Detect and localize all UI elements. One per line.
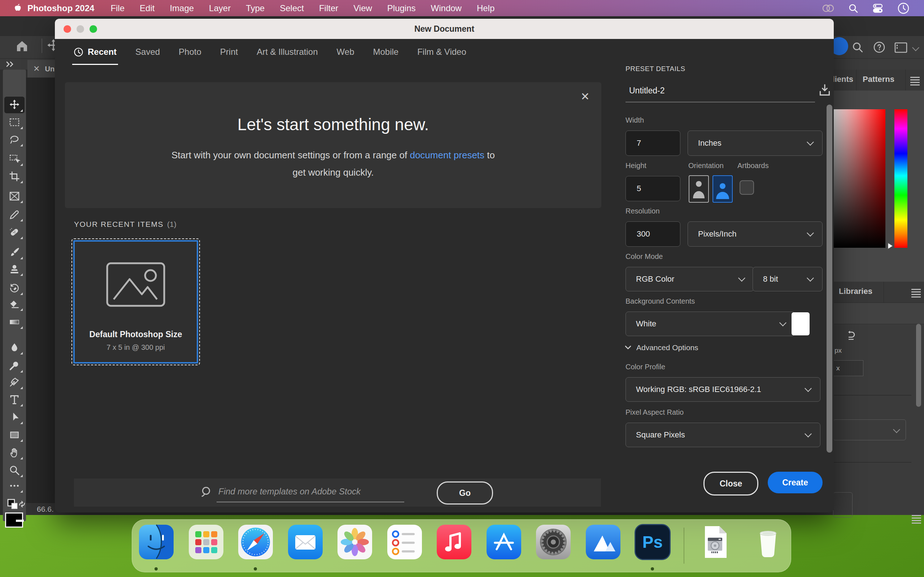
panel-dropdown[interactable] — [833, 419, 906, 440]
panel-thumbnail[interactable] — [833, 492, 853, 517]
edit-toolbar-icon[interactable] — [4, 477, 24, 494]
libraries-menu-icon[interactable] — [911, 292, 921, 292]
width-unit-dropdown[interactable]: Inches — [688, 131, 822, 156]
menu-help[interactable]: Help — [469, 3, 502, 13]
rectangle-tool[interactable] — [4, 427, 24, 443]
color-mode-dropdown[interactable]: RGB Color — [625, 267, 754, 292]
menu-type[interactable]: Type — [238, 3, 272, 13]
gradient-tool[interactable] — [4, 314, 24, 330]
eraser-tool[interactable] — [4, 296, 24, 312]
menu-edit[interactable]: Edit — [132, 3, 162, 13]
pixel-aspect-ratio-dropdown[interactable]: Square Pixels — [625, 423, 821, 447]
create-button[interactable]: Create — [768, 472, 822, 493]
launchpad-icon[interactable] — [188, 524, 224, 560]
frame-tool[interactable] — [4, 188, 24, 205]
menu-filter[interactable]: Filter — [312, 3, 346, 13]
background-dropdown[interactable]: White — [625, 311, 795, 336]
search-icon[interactable] — [848, 3, 858, 13]
bit-depth-dropdown[interactable]: 8 bit — [753, 267, 822, 292]
hard-drive-document-icon[interactable] — [697, 524, 733, 560]
menu-file[interactable]: File — [103, 3, 132, 13]
blur-tool[interactable] — [4, 339, 24, 356]
clock-icon[interactable] — [897, 2, 909, 15]
panel-menu-icon[interactable] — [910, 79, 920, 81]
menu-plugins[interactable]: Plugins — [380, 3, 423, 13]
tab-web[interactable]: Web — [337, 39, 354, 65]
save-preset-icon[interactable] — [817, 83, 832, 97]
photoshop-dock-icon[interactable]: Ps — [635, 524, 670, 560]
stock-search-input[interactable]: Find more templates on Adobe Stock — [218, 487, 360, 496]
width-input[interactable]: 7 — [625, 131, 680, 156]
pen-tool[interactable] — [4, 374, 24, 390]
reminders-icon[interactable] — [386, 524, 423, 560]
panel-scrollbar[interactable] — [916, 324, 921, 407]
finder-icon[interactable] — [138, 524, 174, 560]
tab-saved[interactable]: Saved — [135, 39, 160, 65]
tab-film-video[interactable]: Film & Video — [417, 39, 466, 65]
hero-close-icon[interactable]: ✕ — [579, 90, 591, 102]
tab-recent[interactable]: Recent — [74, 39, 116, 65]
swap-colors-icon[interactable] — [17, 500, 27, 509]
type-tool[interactable] — [4, 391, 24, 408]
mail-icon[interactable] — [287, 524, 323, 560]
trash-icon[interactable] — [750, 524, 786, 560]
ps-search-icon[interactable] — [852, 42, 863, 53]
move-tool[interactable] — [4, 97, 24, 113]
history-brush-tool[interactable] — [4, 280, 24, 297]
resolution-unit-dropdown[interactable]: Pixels/Inch — [688, 221, 822, 247]
color-profile-dropdown[interactable]: Working RGB: sRGB IEC61966-2.1 — [625, 377, 821, 402]
safari-icon[interactable] — [237, 524, 274, 560]
bottom-panel-menu-icon[interactable] — [912, 517, 921, 519]
rectangular-marquee-tool[interactable] — [4, 114, 24, 131]
hue-slider-handle[interactable] — [887, 241, 894, 251]
go-button[interactable]: Go — [437, 482, 493, 504]
document-presets-link[interactable]: document presets — [410, 150, 485, 161]
control-center-icon[interactable] — [872, 3, 884, 13]
background-color-swatch[interactable] — [16, 520, 24, 522]
music-icon[interactable] — [436, 524, 472, 560]
document-name-input[interactable]: Untitled-2 — [629, 86, 664, 95]
help-icon[interactable] — [873, 41, 886, 54]
menu-layer[interactable]: Layer — [201, 3, 238, 13]
menu-window[interactable]: Window — [423, 3, 469, 13]
toolbar-collapse-icon[interactable] — [5, 60, 16, 68]
mountain-peaks-app-icon[interactable] — [585, 524, 621, 560]
zoom-level[interactable]: 66.6 — [37, 505, 52, 514]
tab-print[interactable]: Print — [220, 39, 238, 65]
workspace-switcher-icon[interactable] — [894, 42, 908, 53]
tab-patterns[interactable]: Patterns — [863, 75, 894, 84]
chevron-down-icon[interactable] — [913, 45, 918, 52]
dodge-tool[interactable] — [4, 357, 24, 374]
resolution-input[interactable]: 300 — [625, 221, 680, 247]
menu-image[interactable]: Image — [162, 3, 201, 13]
transform-field[interactable]: x — [833, 360, 863, 376]
crop-tool[interactable] — [4, 168, 24, 185]
reset-icon[interactable] — [846, 330, 856, 342]
photos-icon[interactable] — [337, 524, 373, 560]
dialog-scrollbar[interactable] — [827, 105, 832, 453]
hand-tool[interactable] — [4, 444, 24, 461]
tab-photo[interactable]: Photo — [179, 39, 201, 65]
lasso-tool[interactable] — [4, 131, 24, 148]
home-icon[interactable] — [15, 39, 30, 54]
app-store-icon[interactable] — [486, 524, 522, 560]
advanced-options-toggle[interactable]: Advanced Options — [625, 343, 698, 352]
object-selection-tool[interactable] — [4, 151, 24, 167]
default-colors-icon[interactable] — [7, 499, 18, 509]
close-button[interactable]: Close — [703, 472, 758, 495]
close-tab-icon[interactable]: ✕ — [33, 64, 40, 74]
system-settings-icon[interactable] — [535, 524, 571, 560]
apple-logo-icon[interactable] — [0, 3, 23, 14]
orientation-landscape-button[interactable] — [712, 175, 733, 203]
color-field[interactable] — [834, 109, 885, 248]
recent-preset-card[interactable]: Default Photoshop Size 7 x 5 in @ 300 pp… — [73, 240, 198, 364]
eyedropper-tool[interactable] — [4, 206, 24, 223]
hue-slider[interactable] — [894, 109, 908, 248]
menu-app-name[interactable]: Photoshop 2024 — [23, 3, 103, 13]
height-input[interactable]: 5 — [625, 176, 680, 201]
spot-healing-brush-tool[interactable] — [4, 224, 24, 240]
brush-tool[interactable] — [4, 244, 24, 261]
artboards-checkbox[interactable] — [740, 180, 754, 195]
tab-libraries[interactable]: Libraries — [839, 287, 872, 296]
tab-mobile[interactable]: Mobile — [373, 39, 399, 65]
